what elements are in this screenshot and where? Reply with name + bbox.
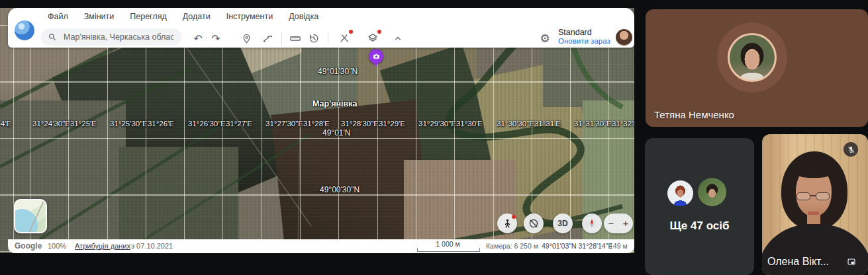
layers-icon [367,32,379,44]
location-off-icon [528,217,540,229]
longitude-label: 31°29'30"E31°30'E [418,120,483,128]
google-logo: Google [15,239,42,253]
fullscreen-button[interactable] [844,255,859,269]
3d-label: 3D [557,219,567,228]
longitude-label: 31°31'30"E31°32'E [574,120,634,128]
latitude-label: 49°01'30"N [318,67,358,76]
scale-bar [417,248,480,252]
place-label: Мар'янівка [313,99,357,108]
notification-dot [512,215,516,219]
scale-label: 1 000 м [417,240,479,248]
elevation: 149 м [609,239,628,253]
participant-tile-olena[interactable]: Олена Вікт... [762,134,868,275]
camera-altitude: Камера: 6 250 м [486,239,538,253]
zoom-out-button[interactable]: − [604,214,618,233]
participant-avatar [728,33,777,82]
update-link[interactable]: Оновити зараз [558,37,610,46]
menu-item-3[interactable]: Додати [183,12,211,21]
more-participants-tile[interactable]: Ще 47 осіб [645,138,754,275]
collapse-toolbar-button[interactable] [391,31,405,46]
participant-name: Олена Вікт... [767,256,829,268]
search-icon [48,32,57,42]
status-bar: Google 100% Атрибуція даних з 07.10.2021… [8,239,634,253]
menu-item-1[interactable]: Змінити [84,12,115,21]
menu-item-0[interactable]: Файл [48,12,68,21]
undo-icon: ↶ [193,32,202,45]
longitude-label: 31°26'30"E31°27'E [188,120,252,128]
menu-item-4[interactable]: Інструменти [226,12,273,21]
screen: 4'E31°24'30"E31°25'E31°25'30"E31°26'E31°… [0,0,868,275]
zoom-in-button[interactable]: + [618,214,633,233]
longitude-label: 31°27'30"E31°28'E [265,120,330,128]
map-style-toggle[interactable] [14,199,47,233]
pegman-button[interactable] [497,214,517,233]
longitude-label: 31°25'30"E31°26'E [110,120,174,128]
pegman-icon [502,218,513,229]
divider [328,32,328,45]
pip-icon [847,257,856,266]
history-button[interactable] [307,31,321,46]
zoom-control[interactable]: − + [604,214,633,233]
camera-icon [369,49,383,63]
chevron-up-icon [393,33,403,44]
subscription-block[interactable]: Standard Оновити зараз [558,28,610,46]
compass-icon [586,217,598,229]
search-input[interactable] [62,32,175,42]
longitude-label: 31°24'30"E31°25'E [32,120,97,128]
attribution-link[interactable]: Атрибуція даних [75,239,130,253]
ruler-icon [289,32,301,44]
menu-bar: ФайлЗмінитиПереглядДодатиІнструментиДові… [48,10,318,23]
participant-avatar [667,180,693,206]
placemark-button[interactable] [239,31,254,46]
account-avatar[interactable] [616,29,632,46]
placemark-icon [241,33,252,44]
mic-off-icon [847,145,855,154]
imagery-date: з 07.10.2021 [131,239,173,253]
participant-video [794,161,834,178]
settings-button[interactable]: ⚙ [538,31,552,46]
longitude-label: 31°30'30"E31°31'E [497,120,561,128]
participant-name: Тетяна Немченко [654,109,734,120]
latitude-label: 49°00'30"N [320,185,360,194]
photo-marker[interactable] [369,49,383,67]
undo-button[interactable]: ↶ [191,31,205,46]
compass-button[interactable] [582,214,602,233]
draw-tools-icon [338,32,350,44]
earth-header: ФайлЗмінитиПереглядДодатиІнструментиДові… [8,8,634,48]
redo-icon: ↷ [211,32,220,45]
path-button[interactable] [260,31,275,46]
notification-dot [377,30,381,34]
mic-muted-indicator [844,142,858,157]
3d-toggle-button[interactable]: 3D [553,214,573,233]
marker-tail [373,62,379,67]
zoom-percent: 100% [48,239,66,253]
participant-tile-tetyana[interactable]: Тетяна Немченко [646,9,868,127]
notification-dot [349,30,353,34]
measure-button[interactable] [288,31,303,46]
draw-tools-button[interactable] [337,31,352,46]
plan-label: Standard [558,28,610,37]
longitude-label: 31°28'30"E31°29'E [341,120,405,128]
menu-item-2[interactable]: Перегляд [130,12,166,21]
divider [281,32,282,45]
location-off-button[interactable] [524,214,544,233]
path-icon [262,33,273,44]
participant-avatar [698,178,726,206]
participant-video [796,192,832,201]
gear-icon: ⚙ [540,32,550,46]
more-participants-count: Ще 47 осіб [645,219,754,233]
longitude-label: 4'E [1,120,11,128]
latitude-label: 49°01'N [322,128,350,138]
cursor-coordinates: 49°01'03"N 31°28'14"E [542,239,612,253]
layers-button[interactable] [365,31,380,46]
menu-item-5[interactable]: Довідка [289,12,318,21]
redo-button[interactable]: ↷ [209,31,223,46]
google-earth-logo[interactable] [15,20,34,40]
history-icon [308,32,320,44]
search-box[interactable] [41,28,181,46]
